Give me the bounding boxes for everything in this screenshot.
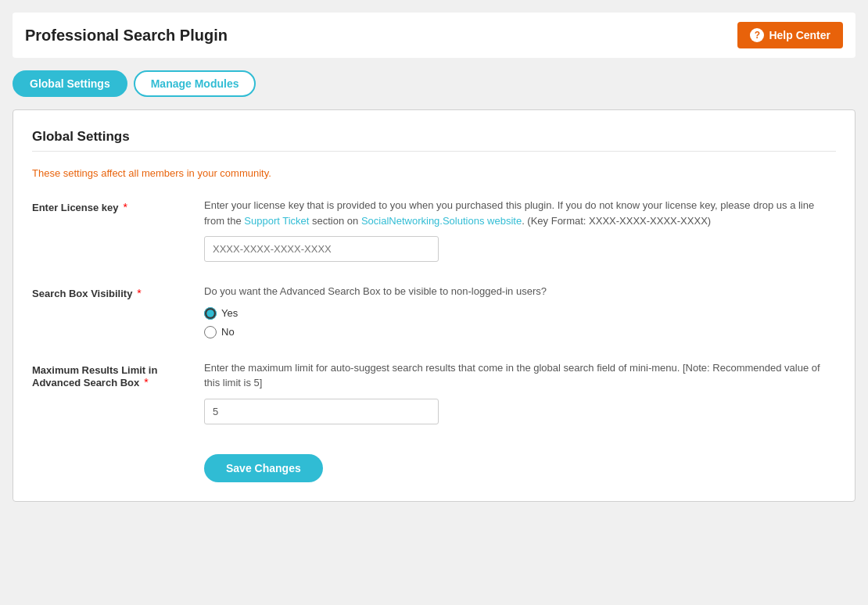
license-key-label: Enter License key [32, 202, 119, 213]
search-visibility-label-col: Search Box Visibility * [32, 284, 188, 299]
help-center-button[interactable]: ? Help Center [737, 22, 843, 48]
settings-panel: Global Settings These settings affect al… [13, 109, 855, 502]
tab-manage-modules[interactable]: Manage Modules [134, 70, 256, 97]
socialnetworking-link[interactable]: SocialNetworking.Solutions website [361, 215, 522, 227]
search-visibility-content: Do you want the Advanced Search Box to b… [204, 284, 836, 338]
license-key-content: Enter your license key that is provided … [204, 198, 836, 262]
radio-yes-label[interactable]: Yes [204, 307, 836, 320]
save-changes-button[interactable]: Save Changes [204, 454, 323, 482]
radio-yes-text: Yes [221, 307, 238, 319]
max-results-required: * [144, 376, 148, 388]
page-title: Professional Search Plugin [25, 27, 228, 45]
panel-subtitle: These settings affect all members in you… [32, 167, 836, 179]
max-results-label-col: Maximum Results Limit in Advanced Search… [32, 360, 188, 388]
max-results-content: Enter the maximum limit for auto-suggest… [204, 360, 836, 424]
license-key-required: * [123, 201, 127, 213]
question-icon: ? [750, 28, 764, 42]
radio-no-label[interactable]: No [204, 326, 836, 338]
license-key-input[interactable] [204, 236, 439, 262]
panel-divider [32, 151, 836, 152]
support-ticket-link[interactable]: Support Ticket [244, 215, 309, 227]
save-button-row: Save Changes [32, 446, 836, 482]
page-wrapper: Professional Search Plugin ? Help Center… [0, 0, 868, 605]
search-visibility-radio-group: Yes No [204, 307, 836, 338]
max-results-label: Maximum Results Limit in Advanced Search… [32, 364, 157, 388]
license-key-label-col: Enter License key * [32, 198, 188, 213]
radio-yes[interactable] [204, 307, 217, 320]
max-results-input[interactable] [204, 399, 439, 424]
search-visibility-label: Search Box Visibility [32, 288, 132, 299]
license-key-row: Enter License key * Enter your license k… [32, 198, 836, 262]
help-center-label: Help Center [769, 29, 830, 41]
max-results-row: Maximum Results Limit in Advanced Search… [32, 360, 836, 424]
panel-title: Global Settings [32, 129, 836, 145]
radio-no[interactable] [204, 326, 217, 338]
search-visibility-required: * [137, 287, 141, 299]
page-header: Professional Search Plugin ? Help Center [13, 13, 855, 58]
search-visibility-row: Search Box Visibility * Do you want the … [32, 284, 836, 338]
search-visibility-description: Do you want the Advanced Search Box to b… [204, 284, 836, 299]
radio-no-text: No [221, 326, 235, 338]
license-key-description: Enter your license key that is provided … [204, 198, 836, 228]
tab-global-settings[interactable]: Global Settings [13, 70, 127, 97]
tabs-bar: Global Settings Manage Modules [13, 70, 855, 97]
max-results-description: Enter the maximum limit for auto-suggest… [204, 360, 836, 391]
